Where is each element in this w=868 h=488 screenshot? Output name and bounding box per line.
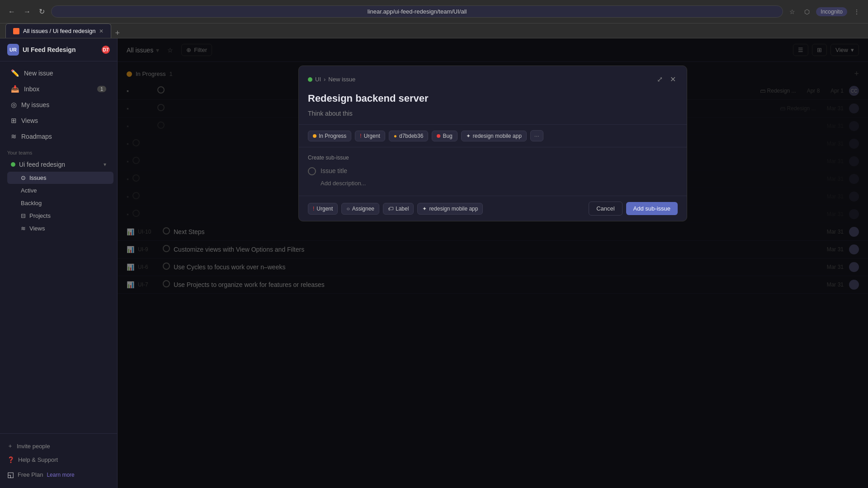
sidebar-item-projects[interactable]: ⊟ Projects: [7, 210, 113, 222]
sidebar-item-backlog[interactable]: Backlog: [7, 197, 113, 209]
tab-close-btn[interactable]: ✕: [99, 28, 104, 34]
modal-header: UI › New issue ⤢ ✕: [299, 66, 687, 89]
team-status-dot: [308, 77, 312, 82]
invite-people-btn[interactable]: ＋ Invite people: [7, 439, 110, 453]
footer-priority-tag[interactable]: ! Urgent: [308, 203, 338, 215]
workspace-avatar: UR: [7, 44, 19, 56]
add-sub-issue-button[interactable]: Add sub-issue: [626, 202, 678, 215]
roadmaps-icon: ≋: [11, 132, 17, 141]
projects-icon: ⊟: [21, 212, 26, 219]
priority-icon: !: [360, 133, 361, 139]
footer-assignee-tag[interactable]: ○ Assignee: [341, 203, 379, 215]
more-tags-btn[interactable]: ···: [530, 130, 543, 141]
main-content: All issues ▾ ☆ ⊕ Filter ☰ ⊞ View ▾: [118, 38, 868, 488]
commit-icon: ●: [394, 133, 397, 139]
bug-tag-dot: [437, 134, 440, 138]
address-bar[interactable]: linear.app/ui-feed-redesign/team/UI/all: [51, 5, 783, 18]
cycle-tag[interactable]: ✦ redesign mobile app: [461, 131, 527, 141]
issue-description: Think about this: [299, 108, 687, 124]
sidebar-footer: ＋ Invite people ❓ Help & Support ◱ Free …: [0, 433, 117, 488]
modal-footer: ! Urgent ○ Assignee 🏷 Label ✦ redesign m…: [299, 196, 687, 221]
close-modal-btn[interactable]: ✕: [668, 73, 678, 85]
team-chevron-icon: ▾: [104, 161, 106, 168]
browser-toolbar-right: ☆ ⬡ Incognito ⋮: [787, 6, 863, 17]
free-plan-icon: ◱: [7, 470, 14, 479]
browser-controls[interactable]: ← → ↻: [5, 5, 47, 18]
sidebar-nav: ✏️ New issue 📥 Inbox 1 ◎ My issues ⊞ Vie…: [0, 61, 117, 433]
browser-forward[interactable]: →: [21, 6, 33, 18]
tab-bar: All issues / Ui feed redesign ✕ +: [0, 23, 868, 38]
new-issue-icon: ✏️: [11, 69, 19, 77]
sidebar-item-active[interactable]: Active: [7, 184, 113, 197]
footer-cycle-icon: ✦: [422, 206, 427, 212]
cycle-icon: ✦: [466, 133, 471, 139]
tab-favicon: [13, 28, 19, 34]
workspace-name[interactable]: UR UI Feed Redesign: [7, 44, 75, 56]
commit-tag[interactable]: ● d7bdeb36: [389, 131, 429, 141]
extensions-icon[interactable]: ⬡: [802, 6, 812, 17]
modal-breadcrumb: UI › New issue: [308, 76, 355, 83]
help-support-btn[interactable]: ❓ Help & Support: [7, 453, 110, 467]
priority-tag[interactable]: ! Urgent: [355, 131, 385, 141]
views-icon: ⊞: [11, 117, 17, 125]
footer-label-icon: 🏷: [388, 206, 393, 212]
help-icon: ❓: [7, 456, 14, 463]
cancel-button[interactable]: Cancel: [589, 202, 622, 216]
views-sub-icon: ≋: [21, 225, 26, 232]
new-issue-modal: UI › New issue ⤢ ✕ Redesign backend serv…: [298, 66, 687, 221]
bookmark-icon[interactable]: ☆: [787, 6, 798, 17]
bug-tag[interactable]: Bug: [432, 131, 457, 141]
team-item-ui-feed[interactable]: Ui feed redesign ▾: [4, 158, 113, 171]
menu-icon[interactable]: ⋮: [851, 6, 863, 17]
footer-priority-icon: !: [313, 206, 314, 212]
modal-header-actions: ⤢ ✕: [655, 73, 678, 85]
sidebar-item-views[interactable]: ⊞ Views: [4, 113, 113, 128]
sidebar-item-roadmaps[interactable]: ≋ Roadmaps: [4, 129, 113, 144]
footer-label-tag[interactable]: 🏷 Label: [383, 203, 414, 215]
sidebar-item-issues[interactable]: ⊙ Issues: [7, 172, 113, 184]
issues-icon: ⊙: [21, 174, 26, 181]
sub-issue-section: Create sub-issue: [299, 147, 687, 196]
my-issues-icon: ◎: [11, 101, 17, 109]
status-tag[interactable]: In Progress: [308, 131, 351, 141]
breadcrumb-separator: ›: [324, 76, 326, 83]
your-teams-section-title: Your teams: [0, 145, 117, 157]
inbox-badge: 1: [97, 86, 106, 92]
sidebar: UR UI Feed Redesign D7 ✏️ New issue 📥 In…: [0, 38, 118, 488]
sub-issue-title-input[interactable]: [321, 166, 678, 175]
footer-assignee-icon: ○: [346, 206, 349, 212]
user-avatar-badge: D7: [102, 46, 110, 54]
issue-title-heading: Redesign backend server: [299, 89, 687, 108]
sub-issue-desc-input[interactable]: [321, 178, 678, 188]
modal-overlay[interactable]: UI › New issue ⤢ ✕ Redesign backend serv…: [118, 38, 868, 488]
sub-issue-fields: [321, 166, 678, 188]
new-tab-btn[interactable]: +: [111, 28, 123, 38]
expand-modal-btn[interactable]: ⤢: [655, 73, 665, 85]
sub-issue-section-label: Create sub-issue: [308, 155, 678, 161]
issue-tags: In Progress ! Urgent ● d7bdeb36 Bug: [299, 124, 687, 147]
sidebar-item-my-issues[interactable]: ◎ My issues: [4, 97, 113, 113]
app-container: UR UI Feed Redesign D7 ✏️ New issue 📥 In…: [0, 38, 868, 488]
browser-back[interactable]: ←: [5, 6, 18, 18]
tab-title: All issues / Ui feed redesign: [23, 28, 95, 34]
sub-issue-input-row: [308, 166, 678, 188]
sidebar-item-inbox[interactable]: 📥 Inbox 1: [4, 81, 113, 97]
invite-icon: ＋: [7, 442, 13, 450]
team-sub-nav: ⊙ Issues Active Backlog ⊟ Projects ≋ Vie…: [4, 172, 117, 235]
sidebar-header: UR UI Feed Redesign D7: [0, 38, 117, 61]
sub-issue-status-circle: [308, 167, 316, 175]
active-tab[interactable]: All issues / Ui feed redesign ✕: [5, 23, 111, 38]
sidebar-item-views-sub[interactable]: ≋ Views: [7, 222, 113, 235]
incognito-badge: Incognito: [816, 7, 847, 16]
inbox-icon: 📥: [11, 85, 19, 93]
browser-refresh[interactable]: ↻: [36, 5, 47, 18]
learn-more-link[interactable]: Learn more: [47, 472, 74, 478]
sidebar-item-new-issue[interactable]: ✏️ New issue: [4, 66, 113, 81]
footer-cycle-tag[interactable]: ✦ redesign mobile app: [417, 203, 483, 215]
free-plan-section: ◱ Free Plan Learn more: [7, 467, 110, 483]
status-tag-dot: [313, 134, 316, 138]
team-dot: [11, 162, 15, 167]
browser-top-bar: ← → ↻ linear.app/ui-feed-redesign/team/U…: [0, 0, 868, 23]
